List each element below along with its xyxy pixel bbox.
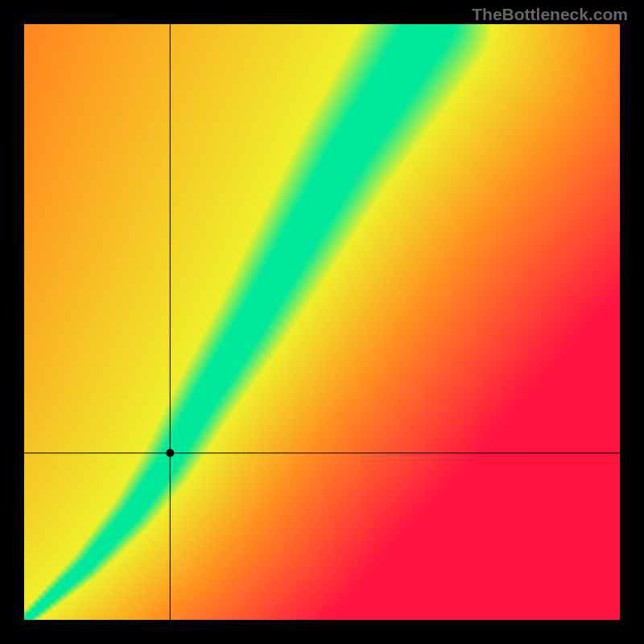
bottleneck-heatmap xyxy=(0,0,644,644)
watermark-text: TheBottleneck.com xyxy=(472,5,628,24)
chart-container: TheBottleneck.com xyxy=(0,0,644,644)
